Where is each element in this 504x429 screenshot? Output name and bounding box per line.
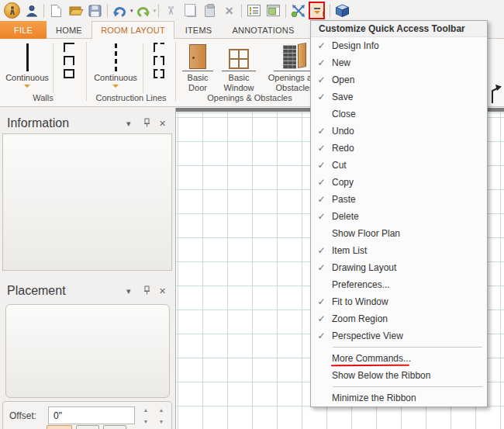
new-document-icon[interactable] <box>47 2 66 19</box>
menu-item-item-list[interactable]: ✓Item List <box>311 242 487 259</box>
construction-rect-shape-icon[interactable] <box>154 69 164 78</box>
tab-items[interactable]: ITEMS <box>174 21 223 39</box>
offset-spinner-2[interactable]: ▲▼ <box>156 407 167 424</box>
tab-annotations[interactable]: ANNOTATIONS <box>223 21 304 39</box>
wall-rect-shape-icon[interactable] <box>64 69 74 78</box>
checkmark-icon: ✓ <box>311 57 332 68</box>
menu-item-label: Undo <box>332 126 354 137</box>
spin-up-icon[interactable]: ▲ <box>143 407 149 413</box>
redo-icon[interactable] <box>133 2 153 19</box>
tab-room-layout[interactable]: ROOM LAYOUT <box>91 21 174 39</box>
menu-item-fit-to-window[interactable]: ✓Fit to Window <box>311 293 487 310</box>
menu-item-show-below-ribbon[interactable]: Show Below the Ribbon <box>311 367 487 384</box>
menu-item-paste[interactable]: ✓Paste <box>311 191 487 208</box>
panel-menu-chevron-icon[interactable]: ▾ <box>126 286 131 296</box>
spin-down-icon[interactable]: ▼ <box>159 419 164 424</box>
obstacle-wall-door-icon <box>280 44 309 69</box>
walls-continuous-button[interactable]: Continuous <box>5 42 50 88</box>
clipped-bottom-button-active[interactable] <box>47 425 72 429</box>
basic-door-button[interactable]: Basic Door <box>179 41 216 93</box>
construction-u-shape-icon[interactable] <box>154 56 164 65</box>
menu-item-label: Copy <box>332 177 354 188</box>
app-logo-circle <box>4 2 20 19</box>
construction-continuous-button[interactable]: Continuous <box>93 42 138 88</box>
fit-to-window-icon[interactable] <box>288 2 308 19</box>
close-icon[interactable]: ✕ <box>159 286 166 296</box>
menu-item-drawing-layout[interactable]: ✓Drawing Layout <box>311 259 487 276</box>
basic-window-button[interactable]: Basic Window <box>218 41 260 93</box>
menu-item-show-floor-plan[interactable]: Show Floor Plan <box>311 225 487 242</box>
design-info-icon[interactable] <box>22 2 41 19</box>
menu-item-undo[interactable]: ✓Undo <box>311 123 487 140</box>
tab-home[interactable]: HOME <box>47 21 91 39</box>
construction-corner-shape-icon[interactable] <box>154 43 164 52</box>
clipped-bottom-button[interactable] <box>103 425 126 429</box>
menu-item-save[interactable]: ✓Save <box>311 88 487 106</box>
item-list-icon[interactable] <box>244 2 264 19</box>
panel-menu-chevron-icon[interactable]: ▾ <box>126 119 131 129</box>
checkmark-icon: ✓ <box>311 194 332 205</box>
menu-item-new[interactable]: ✓New <box>311 54 487 71</box>
copy-icon[interactable] <box>181 2 200 19</box>
menu-item-zoom-region[interactable]: ✓Zoom Region <box>311 310 487 327</box>
menu-item-cut[interactable]: ✓Cut <box>311 157 487 174</box>
menu-item-design-info[interactable]: ✓Design Info <box>311 37 487 54</box>
menu-item-label: Design Info <box>332 40 379 51</box>
redo-dropdown-icon[interactable]: ▾ <box>154 8 157 14</box>
offset-spinner-1[interactable]: ▲▼ <box>140 407 151 424</box>
pin-icon[interactable] <box>143 285 150 295</box>
construction-shape-gallery[interactable] <box>149 43 169 78</box>
clipped-arrow-icon <box>491 85 503 105</box>
spin-down-icon[interactable]: ▼ <box>143 419 149 424</box>
drawing-layout-icon[interactable] <box>264 2 283 19</box>
menu-item-minimize-ribbon[interactable]: Minimize the Ribbon <box>311 389 487 407</box>
menu-item-preferences[interactable]: Preferences... <box>311 276 487 293</box>
undo-icon[interactable] <box>110 2 129 19</box>
spin-up-icon[interactable]: ▲ <box>159 407 164 413</box>
save-icon[interactable] <box>85 2 105 19</box>
menu-item-label: Item List <box>332 245 367 256</box>
app-logo-icon[interactable] <box>2 2 22 19</box>
tab-file[interactable]: FILE <box>0 21 47 39</box>
customize-qat-menu: Customize Quick Access Toolbar ✓Design I… <box>310 20 488 407</box>
menu-item-label: New <box>332 57 350 68</box>
menu-item-label: More Commands... <box>332 353 411 364</box>
pin-icon[interactable] <box>143 118 150 127</box>
information-panel-content <box>2 133 172 271</box>
mini-separator <box>53 43 54 93</box>
menu-item-open[interactable]: ✓Open <box>311 71 487 88</box>
perspective-view-icon[interactable] <box>333 2 352 19</box>
close-icon[interactable]: ✕ <box>159 119 166 129</box>
paste-icon[interactable] <box>200 2 219 19</box>
walls-shape-gallery[interactable] <box>59 43 79 78</box>
menu-item-copy[interactable]: ✓Copy <box>311 174 487 191</box>
menu-item-more-commands[interactable]: More Commands... <box>311 350 487 367</box>
cut-icon[interactable]: ✂ <box>161 2 181 19</box>
menu-item-redo[interactable]: ✓Redo <box>311 140 487 157</box>
checkmark-icon: ✓ <box>311 143 332 154</box>
placement-panel-header: Placement ▾ ✕ <box>0 280 176 303</box>
clipped-bottom-button[interactable] <box>76 425 99 429</box>
information-panel-title: Information <box>7 116 69 130</box>
quick-access-toolbar: ▾ ▾ ✂ ✕ <box>0 0 504 21</box>
menu-item-perspective-view[interactable]: ✓Perspective View <box>311 327 487 344</box>
menu-separator <box>333 386 482 387</box>
checkmark-icon: ✓ <box>311 245 332 256</box>
logo-person-glyph <box>9 5 16 16</box>
offset-label: Offset: <box>9 410 36 421</box>
placement-panel-title: Placement <box>7 284 66 298</box>
menu-item-delete[interactable]: ✓Delete <box>311 208 487 225</box>
menu-item-label: Drawing Layout <box>332 262 396 273</box>
basic-window-label: Basic Window <box>218 73 260 93</box>
wall-u-shape-icon[interactable] <box>64 56 74 65</box>
toolbar-separator <box>158 4 159 18</box>
delete-icon[interactable]: ✕ <box>219 2 239 19</box>
wall-corner-shape-icon[interactable] <box>64 43 74 52</box>
group-construction-lines: Continuous Construction Lines <box>87 39 175 106</box>
open-icon[interactable] <box>66 2 85 19</box>
menu-item-close[interactable]: Close <box>311 106 487 123</box>
offset-input[interactable] <box>48 407 135 424</box>
menu-item-label: Minimize the Ribbon <box>332 393 416 403</box>
checkmark-icon: ✓ <box>311 262 332 273</box>
dropdown-arrow-icon <box>24 85 30 88</box>
